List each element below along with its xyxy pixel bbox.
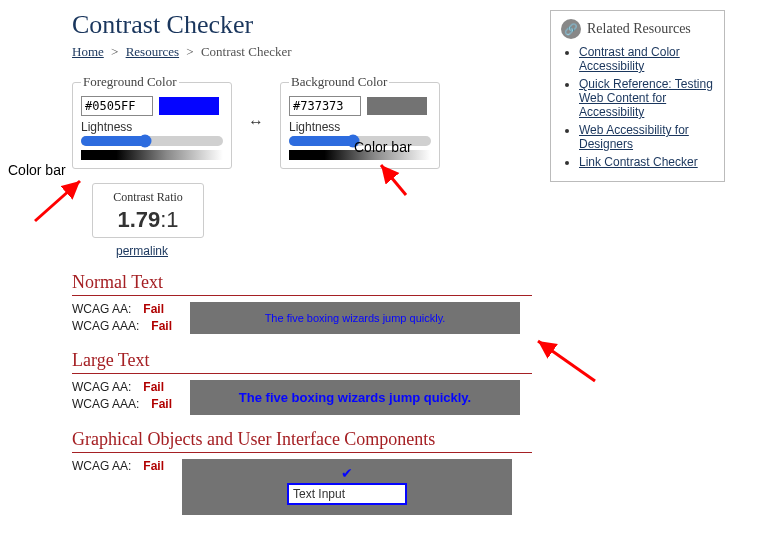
breadcrumb-home[interactable]: Home <box>72 44 104 59</box>
normal-text-heading: Normal Text <box>72 272 532 296</box>
large-aa-label: WCAG AA: <box>72 380 131 394</box>
large-aa-result: Fail <box>143 380 164 394</box>
related-resources-box: 🔗 Related Resources Contrast and Color A… <box>550 10 725 182</box>
normal-aa-label: WCAG AA: <box>72 302 131 316</box>
related-link[interactable]: Quick Reference: Testing Web Content for… <box>579 77 713 119</box>
ui-sample: ✔ <box>182 459 512 515</box>
checkmark-icon: ✔ <box>341 465 353 481</box>
permalink-link[interactable]: permalink <box>116 244 532 258</box>
page-title: Contrast Checker <box>72 10 532 40</box>
normal-aa-result: Fail <box>143 302 164 316</box>
related-heading: Related Resources <box>587 21 691 37</box>
foreground-lightness-label: Lightness <box>81 120 223 134</box>
swap-colors-button[interactable]: ↔ <box>248 113 264 131</box>
contrast-ratio-label: Contrast Ratio <box>99 190 197 205</box>
breadcrumb-current: Contrast Checker <box>201 44 292 59</box>
foreground-legend: Foreground Color <box>81 74 179 90</box>
foreground-color-bar[interactable] <box>81 150 223 160</box>
breadcrumb: Home > Resources > Contrast Checker <box>72 44 532 60</box>
background-lightness-slider[interactable] <box>289 136 431 146</box>
normal-aaa-result: Fail <box>151 319 172 333</box>
background-color-box: Background Color Lightness <box>280 74 440 169</box>
foreground-hex-input[interactable] <box>81 96 153 116</box>
contrast-ratio-box: Contrast Ratio 1.79:1 <box>92 183 204 238</box>
large-text-heading: Large Text <box>72 350 532 374</box>
background-legend: Background Color <box>289 74 389 90</box>
background-lightness-label: Lightness <box>289 120 431 134</box>
contrast-ratio-suffix: :1 <box>160 207 178 232</box>
background-color-bar[interactable] <box>289 150 431 160</box>
normal-text-sample: The five boxing wizards jump quickly. <box>190 302 520 334</box>
ui-components-heading: Graphical Objects and User Interface Com… <box>72 429 532 453</box>
related-link[interactable]: Contrast and Color Accessibility <box>579 45 680 73</box>
ui-aa-result: Fail <box>143 459 164 473</box>
breadcrumb-resources[interactable]: Resources <box>126 44 179 59</box>
ui-sample-input[interactable] <box>287 483 407 505</box>
large-text-sample: The five boxing wizards jump quickly. <box>190 380 520 415</box>
foreground-swatch[interactable] <box>159 97 219 115</box>
link-icon: 🔗 <box>561 19 581 39</box>
background-hex-input[interactable] <box>289 96 361 116</box>
related-link[interactable]: Web Accessibility for Designers <box>579 123 689 151</box>
large-aaa-result: Fail <box>151 397 172 411</box>
related-link[interactable]: Link Contrast Checker <box>579 155 698 169</box>
foreground-color-box: Foreground Color Lightness <box>72 74 232 169</box>
background-swatch[interactable] <box>367 97 427 115</box>
ui-aa-label: WCAG AA: <box>72 459 131 473</box>
normal-aaa-label: WCAG AAA: <box>72 319 139 333</box>
large-aaa-label: WCAG AAA: <box>72 397 139 411</box>
foreground-lightness-slider[interactable] <box>81 136 223 146</box>
contrast-ratio-value: 1.79 <box>117 207 160 232</box>
